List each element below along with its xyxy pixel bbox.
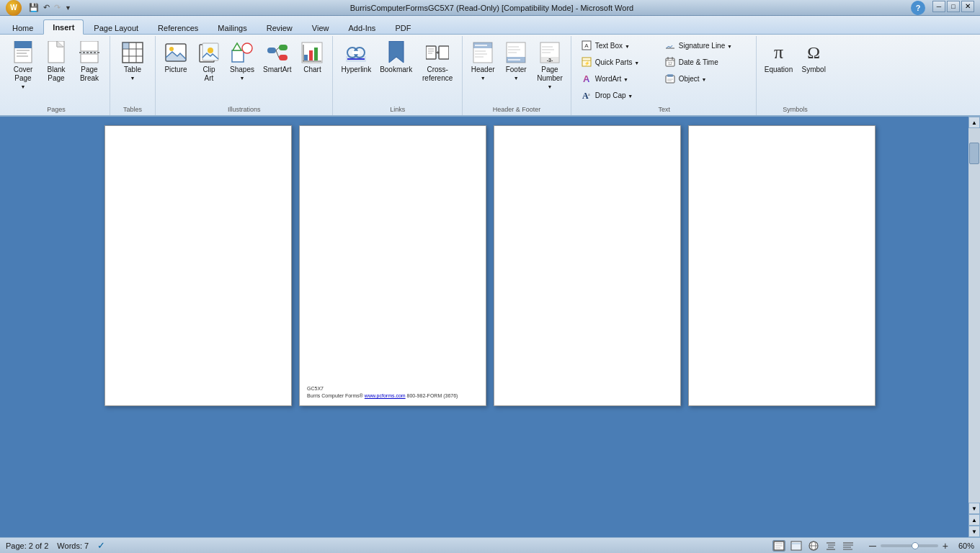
outline-view-button[interactable] xyxy=(824,540,837,552)
page-break-button[interactable]: PageBreak xyxy=(74,37,105,85)
equation-icon: π xyxy=(767,41,790,64)
shapes-icon xyxy=(231,41,254,64)
svg-text:-3-: -3- xyxy=(547,58,553,63)
tab-references[interactable]: References xyxy=(148,20,208,35)
tab-home[interactable]: Home xyxy=(3,20,43,35)
table-button[interactable]: Table ▼ xyxy=(115,37,151,83)
doc-page-1[interactable] xyxy=(104,125,292,406)
ribbon-group-pages: CoverPage ▼ BlankPage xyxy=(3,36,110,115)
ribbon: CoverPage ▼ BlankPage xyxy=(0,35,980,117)
cross-reference-icon xyxy=(426,41,449,64)
zoom-level[interactable]: 60% xyxy=(953,541,974,550)
undo-icon[interactable]: ↶ xyxy=(42,3,51,12)
header-footer-items: Header ▼ Footer ▼ xyxy=(467,37,566,104)
web-layout-view-button[interactable] xyxy=(807,540,820,552)
tab-review[interactable]: Review xyxy=(257,20,302,35)
blank-page-button[interactable]: BlankPage xyxy=(40,37,72,85)
equation-button[interactable]: π Equation xyxy=(761,37,796,76)
header-button[interactable]: Header ▼ xyxy=(467,37,499,83)
object-label: Object ▼ xyxy=(679,75,707,83)
date-time-button[interactable]: 12 Date & Time xyxy=(659,54,753,70)
zoom-track xyxy=(881,544,938,547)
svg-text:12: 12 xyxy=(668,61,672,66)
smartart-button[interactable]: SmartArt xyxy=(259,37,295,76)
tab-page-layout[interactable]: Page Layout xyxy=(84,20,148,35)
close-button[interactable]: ✕ xyxy=(961,1,974,12)
date-time-icon: 12 xyxy=(664,56,676,68)
full-screen-view-button[interactable] xyxy=(790,540,803,552)
scroll-up-button[interactable]: ▲ xyxy=(968,117,980,128)
scroll-down-button[interactable]: ▼ xyxy=(968,503,980,514)
scroll-next-page[interactable]: ▼ xyxy=(968,526,980,537)
shapes-button[interactable]: Shapes ▼ xyxy=(226,37,258,83)
status-left: Page: 2 of 2 Words: 7 ✓ xyxy=(6,540,105,551)
cover-page-label: CoverPage xyxy=(14,66,33,83)
zoom-plus-button[interactable]: + xyxy=(943,540,948,552)
minimize-button[interactable]: ─ xyxy=(932,1,945,12)
draft-view-button[interactable] xyxy=(842,540,855,552)
svg-rect-43 xyxy=(439,46,449,59)
zoom-handle[interactable] xyxy=(912,542,919,549)
chart-button[interactable]: Chart xyxy=(296,37,328,76)
signature-line-icon xyxy=(664,40,676,51)
tab-add-ins[interactable]: Add-Ins xyxy=(339,20,385,35)
spell-check-icon[interactable]: ✓ xyxy=(97,540,105,551)
cover-page-icon xyxy=(12,41,35,64)
object-button[interactable]: Object ▼ xyxy=(659,71,753,86)
symbol-button[interactable]: Ω Symbol xyxy=(798,37,829,76)
office-orb[interactable]: W xyxy=(6,0,22,16)
clip-art-button[interactable]: ClipArt xyxy=(193,37,225,85)
signature-small-buttons: Signature Line ▼ 12 Date & Time xyxy=(659,37,753,86)
tab-view[interactable]: View xyxy=(303,20,339,35)
header-icon xyxy=(471,41,494,64)
zoom-minus-button[interactable]: ─ xyxy=(869,540,876,552)
doc-page-4[interactable] xyxy=(688,125,876,406)
page-2-footer: GC5X7 Burris Computer Forms® www.pcforms… xyxy=(307,385,478,400)
doc-page-2[interactable]: GC5X7 Burris Computer Forms® www.pcforms… xyxy=(299,125,486,406)
status-bar: Page: 2 of 2 Words: 7 ✓ ─ + 60% xyxy=(0,537,980,553)
picture-button[interactable]: Picture xyxy=(160,37,192,76)
footer-button[interactable]: Footer ▼ xyxy=(500,37,532,83)
save-icon[interactable]: 💾 xyxy=(27,3,40,12)
print-layout-view-button[interactable] xyxy=(772,540,785,552)
tab-pdf[interactable]: PDF xyxy=(386,20,420,35)
svg-rect-5 xyxy=(48,41,64,63)
quick-parts-label: Quick Parts ▼ xyxy=(595,58,639,66)
tab-insert[interactable]: Insert xyxy=(43,19,84,35)
svg-rect-42 xyxy=(426,46,436,59)
page-4-content xyxy=(689,126,875,405)
svg-rect-26 xyxy=(279,45,288,50)
bookmark-button[interactable]: Bookmark xyxy=(376,37,416,76)
quick-parts-button[interactable]: ⚡ Quick Parts ▼ xyxy=(576,54,655,70)
zoom-slider[interactable] xyxy=(881,541,938,550)
illustrations-items: Picture ClipArt xyxy=(160,37,328,104)
doc-page-3[interactable] xyxy=(494,125,681,406)
text-box-button[interactable]: A Text Box ▼ xyxy=(576,37,655,53)
wordart-button[interactable]: A WordArt ▼ xyxy=(576,71,655,86)
page-number-button[interactable]: -3- PageNumber ▼ xyxy=(533,37,566,91)
shapes-label: Shapes xyxy=(230,66,254,74)
svg-point-21 xyxy=(208,48,213,53)
symbols-group-label: Symbols xyxy=(783,104,808,115)
customize-qa-icon[interactable]: ▼ xyxy=(63,4,73,12)
smartart-label: SmartArt xyxy=(263,66,291,74)
drop-cap-button[interactable]: A a Drop Cap ▼ xyxy=(576,87,655,103)
svg-line-29 xyxy=(276,50,279,58)
cross-reference-button[interactable]: Cross-reference xyxy=(417,37,458,85)
scroll-prev-page[interactable]: ▲ xyxy=(968,514,980,526)
signature-line-button[interactable]: Signature Line ▼ xyxy=(659,37,753,53)
maximize-button[interactable]: □ xyxy=(947,1,960,12)
ribbon-group-text: A Text Box ▼ ⚡ Quick Parts ▼ xyxy=(571,36,757,115)
cover-page-button[interactable]: CoverPage ▼ xyxy=(7,37,39,91)
tab-mailings[interactable]: Mailings xyxy=(208,20,256,35)
drop-cap-icon: A a xyxy=(581,89,592,101)
hyperlink-button[interactable]: Hyperlink xyxy=(337,37,375,76)
redo-icon[interactable]: ↷ xyxy=(53,3,62,12)
vertical-scrollbar[interactable]: ▲ ▼ ▲ ▼ xyxy=(968,117,980,537)
scroll-thumb[interactable] xyxy=(969,143,979,164)
links-items: Hyperlink Bookmark xyxy=(337,37,458,104)
help-button[interactable]: ? xyxy=(911,1,925,15)
svg-rect-38 xyxy=(352,51,360,54)
illustrations-group-label: Illustrations xyxy=(228,104,261,115)
window-controls: ? ─ □ ✕ xyxy=(911,1,974,15)
